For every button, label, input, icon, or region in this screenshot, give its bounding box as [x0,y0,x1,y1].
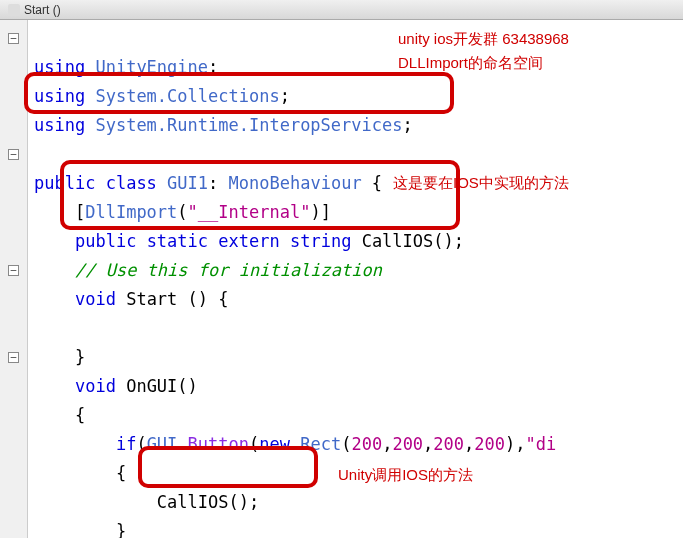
annotation-call-method: Unity调用IOS的方法 [338,460,473,489]
file-icon [8,4,20,16]
tab-title: Start () [24,3,61,17]
code-area[interactable]: using UnityEngine; using System.Collecti… [28,20,683,538]
code-editor: − − − − using UnityEngine; using System.… [0,20,683,538]
fold-toggle[interactable]: − [0,24,27,53]
title-bar: Start () [0,0,683,20]
annotation-namespace: DLLImport的命名空间 [398,48,543,77]
annotation-group-info: unity ios开发群 63438968 [398,24,569,53]
fold-toggle[interactable]: − [0,140,27,169]
fold-gutter: − − − − [0,20,28,538]
fold-toggle[interactable]: − [0,343,27,372]
fold-toggle[interactable]: − [0,256,27,285]
annotation-ios-method: 这是要在IOS中实现的方法 [393,168,569,197]
